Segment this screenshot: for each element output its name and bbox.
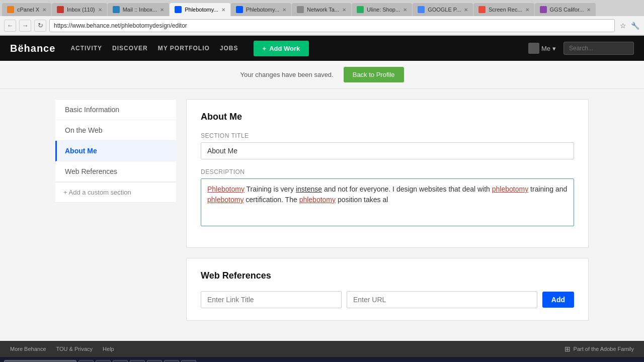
taskbar-folder[interactable]: 📁 <box>113 360 128 362</box>
tab-label: Network Ta... <box>307 7 339 13</box>
spell-phlebotomy-3: phlebotomy <box>207 196 244 204</box>
tab-close[interactable]: ✕ <box>587 7 591 13</box>
saved-banner: Your changes have been saved. Back to Pr… <box>0 61 644 89</box>
footer: More Behance TOU & Privacy Help ⊞ Part o… <box>0 341 644 357</box>
nav-jobs[interactable]: JOBS <box>220 45 238 52</box>
tab-screenrec[interactable]: Screen Rec... ✕ <box>473 3 534 16</box>
tab-google[interactable]: GOOGLE P... ✕ <box>413 3 473 16</box>
nav-portfolio[interactable]: MY PORTFOLIO <box>158 45 210 52</box>
behance-app: Bëhance ACTIVITY DISCOVER MY PORTFOLIO J… <box>0 36 644 357</box>
behance-logo: Bëhance <box>10 43 55 54</box>
me-avatar <box>528 43 539 54</box>
footer-tou[interactable]: TOU & Privacy <box>56 346 93 352</box>
taskbar-app3[interactable]: 💻 <box>164 360 179 362</box>
sidebar: Basic Information On the Web About Me We… <box>55 99 176 331</box>
tab-favicon <box>57 6 64 13</box>
me-menu-button[interactable]: Me ▾ <box>528 43 556 54</box>
search-input[interactable] <box>564 42 634 55</box>
add-reference-button[interactable]: Add <box>542 292 574 308</box>
back-to-profile-button[interactable]: Back to Profile <box>344 67 404 82</box>
description-textarea[interactable]: Phlebotomy Training is very instense and… <box>201 178 574 226</box>
tab-network[interactable]: Network Ta... ✕ <box>292 3 351 16</box>
tab-uline[interactable]: Uline: Shop... ✕ <box>352 3 412 16</box>
tab-label: GGS Califor... <box>550 7 584 13</box>
about-me-heading: About Me <box>201 112 574 122</box>
tab-cpanel[interactable]: cPanel X ✕ <box>2 3 51 16</box>
sidebar-item-about-me[interactable]: About Me <box>55 141 176 161</box>
section-title-input[interactable] <box>201 142 574 159</box>
tab-gmail[interactable]: Inbox (110) ✕ <box>52 3 107 16</box>
taskbar-screencast[interactable]: 🎬 Screencast-O-Matic.com <box>4 360 76 362</box>
footer-adobe: ⊞ Part of the Adobe Family <box>565 345 634 353</box>
tab-behance2[interactable]: Phlebotomy... ✕ <box>231 3 291 16</box>
sidebar-item-web-references[interactable]: Web References <box>55 161 176 182</box>
tab-label: Uline: Shop... <box>367 7 400 13</box>
section-title-group: Section Title <box>201 132 574 159</box>
footer-help[interactable]: Help <box>103 346 114 352</box>
back-button[interactable]: ← <box>4 20 16 32</box>
adobe-family-text: Part of the Adobe Family <box>574 346 634 352</box>
taskbar-firefox[interactable]: 🦊 <box>78 360 94 362</box>
tab-close[interactable]: ✕ <box>464 7 468 13</box>
main-content: Basic Information On the Web About Me We… <box>45 89 599 341</box>
tab-label: Inbox (110) <box>67 7 95 13</box>
web-references-section: Web References Add <box>186 258 589 321</box>
tab-favicon <box>478 6 486 13</box>
tab-favicon <box>297 6 304 13</box>
tab-behance[interactable]: Phlebotomy... ✕ <box>170 3 230 16</box>
browser-tabs: cPanel X ✕ Inbox (110) ✕ Mail :: Inbox..… <box>0 0 644 16</box>
tab-close[interactable]: ✕ <box>342 7 346 13</box>
tab-close[interactable]: ✕ <box>403 7 407 13</box>
section-title-label: Section Title <box>201 132 574 139</box>
tab-close[interactable]: ✕ <box>221 7 225 13</box>
nav-activity[interactable]: ACTIVITY <box>70 45 102 52</box>
spell-instense: instense <box>296 185 322 193</box>
tab-close[interactable]: ✕ <box>98 7 102 13</box>
taskbar-ps[interactable]: Ps <box>96 360 111 362</box>
tab-mail[interactable]: Mail :: Inbox... ✕ <box>108 3 169 16</box>
sidebar-item-basic-information[interactable]: Basic Information <box>55 99 176 120</box>
toolbar-icons: ☆ 🔧 <box>618 21 640 31</box>
tab-close[interactable]: ✕ <box>525 7 529 13</box>
add-work-label: Add Work <box>269 45 300 52</box>
taskbar-screenshot[interactable]: ⬛ <box>181 360 196 362</box>
nav-right: Me ▾ <box>528 42 634 55</box>
tab-close[interactable]: ✕ <box>160 7 164 13</box>
description-group: Description Phlebotomy Training is very … <box>201 168 574 226</box>
tab-close[interactable]: ✕ <box>282 7 286 13</box>
tab-ggs[interactable]: GGS Califor... ✕ <box>535 3 596 16</box>
refresh-button[interactable]: ↻ <box>34 20 46 32</box>
add-work-icon: + <box>263 45 267 52</box>
saved-message: Your changes have been saved. <box>240 71 333 78</box>
extension-icon[interactable]: 🔧 <box>630 21 640 31</box>
link-title-input[interactable] <box>201 291 342 308</box>
description-label: Description <box>201 168 574 175</box>
tab-label: Screen Rec... <box>489 7 522 13</box>
tab-label: Phlebotomy... <box>185 7 218 13</box>
adobe-icon: ⊞ <box>565 345 571 353</box>
tab-close[interactable]: ✕ <box>42 7 46 13</box>
tab-favicon <box>357 6 364 13</box>
tab-favicon <box>236 6 243 13</box>
sidebar-add-custom-section[interactable]: + Add a custom section <box>55 182 176 203</box>
address-bar[interactable] <box>49 19 615 32</box>
add-work-button[interactable]: + Add Work <box>254 41 309 56</box>
taskbar-app1[interactable]: 📋 <box>130 360 145 362</box>
about-me-section: About Me Section Title Description Phleb… <box>186 99 589 248</box>
link-url-input[interactable] <box>347 291 537 308</box>
web-references-heading: Web References <box>201 270 574 281</box>
taskbar-app2[interactable]: 🌐 <box>147 360 162 362</box>
content-area: About Me Section Title Description Phleb… <box>186 99 589 331</box>
tab-favicon <box>175 6 182 13</box>
forward-button[interactable]: → <box>19 20 31 32</box>
footer-more-behance[interactable]: More Behance <box>10 346 46 352</box>
me-label: Me <box>541 45 550 52</box>
tab-label: cPanel X <box>17 7 39 13</box>
sidebar-item-on-the-web[interactable]: On the Web <box>55 120 176 141</box>
tab-label: Mail :: Inbox... <box>123 7 157 13</box>
bookmark-icon[interactable]: ☆ <box>618 21 628 31</box>
nav-discover[interactable]: DISCOVER <box>112 45 148 52</box>
browser-chrome: cPanel X ✕ Inbox (110) ✕ Mail :: Inbox..… <box>0 0 644 36</box>
top-nav: Bëhance ACTIVITY DISCOVER MY PORTFOLIO J… <box>0 36 644 61</box>
browser-toolbar: ← → ↻ ☆ 🔧 <box>0 16 644 35</box>
